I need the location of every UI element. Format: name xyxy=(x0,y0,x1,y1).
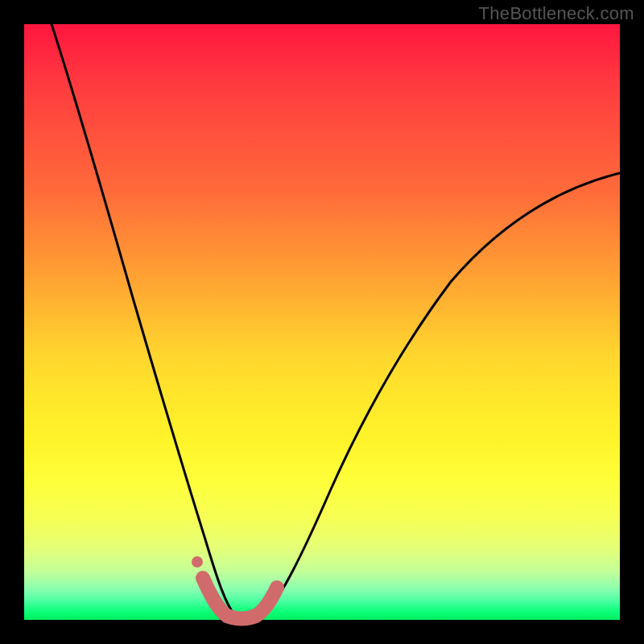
optimal-zone-marker-segment xyxy=(203,578,277,619)
optimal-zone-marker-dot xyxy=(192,556,203,568)
chart-overlay xyxy=(24,24,620,620)
chart-frame: TheBottleneck.com xyxy=(0,0,644,644)
bottleneck-curve xyxy=(52,24,620,620)
watermark-text: TheBottleneck.com xyxy=(479,3,634,24)
